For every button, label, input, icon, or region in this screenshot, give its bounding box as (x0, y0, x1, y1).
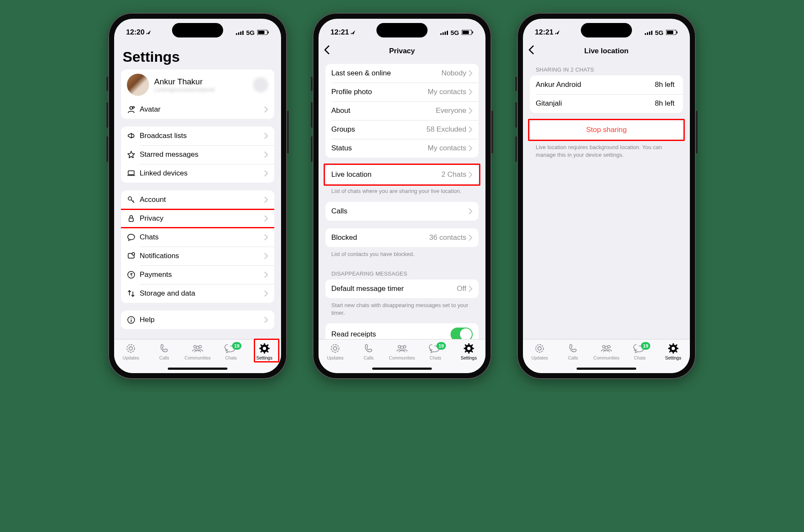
status-time: 12:20 (126, 28, 144, 37)
storage-row[interactable]: Storage and data (121, 284, 274, 303)
privacy-row[interactable]: Privacy (121, 209, 274, 228)
updates-icon (125, 343, 136, 354)
svg-line-60 (676, 351, 677, 352)
row-label: Default message timer (331, 285, 457, 293)
star-icon (127, 150, 140, 159)
chevron-right-icon (469, 70, 473, 76)
svg-point-17 (131, 318, 132, 319)
last-seen-row[interactable]: Last seen & online Nobody (325, 64, 479, 83)
groups-row[interactable]: Groups 58 Excluded (325, 120, 479, 139)
chats-row[interactable]: Chats (121, 228, 274, 247)
tab-settings[interactable]: Settings (454, 343, 484, 360)
storage-label: Storage and data (140, 289, 264, 298)
starred-messages-row[interactable]: Starred messages (121, 145, 274, 164)
megaphone-icon (127, 132, 140, 140)
row-label: Read receipts (331, 330, 451, 339)
tab-chats[interactable]: Chats 19 (216, 343, 246, 360)
chevron-right-icon (469, 89, 473, 95)
lists-group: Broadcast lists Starred messages Linked … (121, 127, 274, 183)
tab-communities[interactable]: Communities (387, 343, 417, 360)
chevron-right-icon (264, 272, 268, 278)
live-location-row[interactable]: Live location 2 Chats (325, 165, 479, 184)
receipts-toggle[interactable] (451, 328, 473, 339)
svg-line-61 (669, 351, 671, 352)
home-indicator (372, 368, 432, 370)
stop-sharing-button[interactable]: Stop sharing (530, 121, 683, 139)
row-label: Calls (331, 207, 469, 216)
chat-row-1[interactable]: Gitanjali 8h left (530, 94, 683, 113)
tab-updates[interactable]: Updates (525, 343, 554, 360)
row-label: About (331, 106, 436, 115)
broadcast-label: Broadcast lists (140, 132, 264, 140)
blocked-row[interactable]: Blocked 36 contacts (325, 228, 479, 247)
tab-communities[interactable]: Communities (183, 343, 212, 360)
svg-point-13 (132, 253, 135, 255)
tab-label: Updates (327, 355, 344, 360)
profile-row[interactable]: Ankur Thakur Loremipsumdolorsitamet (121, 69, 274, 100)
chats-badge: 19 (436, 342, 446, 350)
tab-label: Settings (461, 355, 477, 360)
svg-line-29 (261, 345, 262, 346)
chevron-right-icon (264, 253, 268, 259)
tab-chats[interactable]: Chats 19 (420, 343, 450, 360)
payments-label: Payments (140, 270, 264, 279)
tab-calls[interactable]: Calls (558, 343, 588, 360)
avatar-row[interactable]: Avatar (121, 100, 274, 119)
chevron-right-icon (264, 234, 268, 240)
profile-photo-row[interactable]: Profile photo My contacts (325, 83, 479, 101)
chats-label: Chats (140, 233, 264, 242)
tab-label: Chats (634, 355, 646, 360)
battery-icon (257, 30, 269, 35)
live-location-group: Live location 2 Chats (325, 165, 479, 184)
tab-label: Communities (389, 355, 415, 360)
tab-label: Updates (123, 355, 139, 360)
tab-updates[interactable]: Updates (116, 343, 146, 360)
signal-icon (440, 30, 448, 35)
avatar (127, 74, 149, 96)
tab-label: Calls (159, 355, 169, 360)
payments-row[interactable]: ₹ Payments (121, 265, 274, 284)
timer-footer: Start new chats with disappearing messag… (325, 302, 479, 323)
chevron-right-icon (469, 235, 473, 241)
linked-devices-row[interactable]: Linked devices (121, 164, 274, 183)
account-row[interactable]: Account (121, 190, 274, 209)
about-row[interactable]: About Everyone (325, 101, 479, 120)
svg-point-10 (128, 197, 132, 200)
notifications-label: Notifications (140, 252, 264, 260)
row-label: Blocked (331, 233, 429, 242)
svg-point-24 (263, 347, 266, 350)
tab-calls[interactable]: Calls (354, 343, 384, 360)
tab-settings[interactable]: Settings (658, 343, 688, 360)
chevron-right-icon (264, 216, 268, 221)
tab-communities[interactable]: Communities (592, 343, 621, 360)
blocked-footer: List of contacts you have blocked. (325, 250, 479, 265)
chevron-right-icon (469, 286, 473, 292)
help-row[interactable]: Help (121, 311, 274, 329)
notifications-row[interactable]: Notifications (121, 247, 274, 265)
lock-icon (127, 214, 140, 223)
svg-point-19 (129, 347, 132, 350)
row-value: 36 contacts (429, 233, 466, 242)
chat-row-0[interactable]: Ankur Android 8h left (530, 75, 683, 94)
calls-row[interactable]: Calls (325, 202, 479, 221)
communities-icon (396, 343, 408, 354)
tab-settings[interactable]: Settings (250, 343, 279, 360)
tab-chats[interactable]: Chats 19 (625, 343, 655, 360)
laptop-icon (127, 169, 140, 178)
status-row[interactable]: Status My contacts (325, 139, 479, 158)
tab-updates[interactable]: Updates (320, 343, 350, 360)
tab-label: Calls (364, 355, 373, 360)
rupee-icon: ₹ (127, 270, 140, 279)
row-label: Profile photo (331, 88, 428, 96)
signal-icon (645, 30, 652, 35)
help-group: Help (121, 311, 274, 329)
tab-calls[interactable]: Calls (149, 343, 179, 360)
row-value: 2 Chats (441, 170, 466, 179)
back-button[interactable] (324, 45, 330, 56)
timer-row[interactable]: Default message timer Off (325, 279, 479, 298)
qr-icon[interactable] (253, 77, 268, 92)
back-button[interactable] (528, 45, 535, 56)
calls-group: Calls (325, 202, 479, 221)
broadcast-lists-row[interactable]: Broadcast lists (121, 127, 274, 145)
svg-point-49 (538, 347, 541, 350)
